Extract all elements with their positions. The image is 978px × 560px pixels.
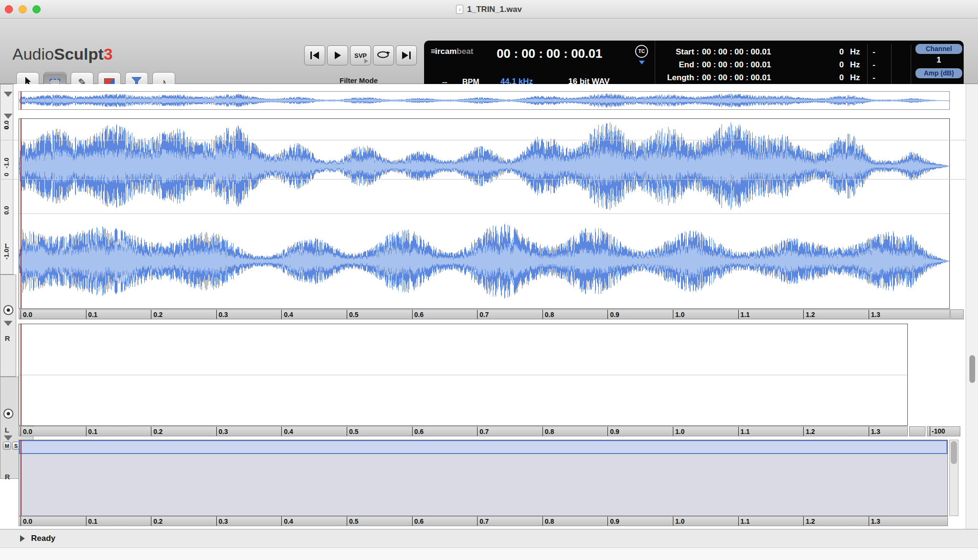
- tc-dropdown-icon[interactable]: [639, 61, 645, 64]
- lcd-field-row: Start :00 : 00 : 00 : 00.010Hz-: [660, 47, 915, 60]
- tc-mode-button[interactable]: TC: [635, 45, 648, 58]
- transport-controls: SVP: [304, 45, 417, 65]
- sonogram-scale-label: 0: [3, 167, 10, 182]
- svp-label: SVP: [354, 52, 367, 59]
- collapse-overview-triangle[interactable]: [4, 92, 12, 97]
- lcd-field-row: End :00 : 00 : 00 : 00.010Hz-: [660, 60, 915, 73]
- collapse-sonogram-triangle[interactable]: [4, 321, 12, 326]
- window-title: 1_TRIN_1.wav: [467, 5, 521, 14]
- lcd-num: 0: [801, 73, 844, 83]
- document-icon: ♪: [456, 5, 463, 14]
- svp-play-icon: [364, 59, 368, 63]
- ruler-tick-label: 0.4: [281, 427, 293, 436]
- ruler-tick-label: 0.1: [86, 427, 97, 436]
- mute-button[interactable]: M: [3, 442, 11, 450]
- db-floor-label: -100: [932, 427, 945, 436]
- time-ruler-waveform[interactable]: 0.00.10.20.30.40.50.60.70.80.91.01.11.21…: [19, 309, 950, 319]
- svp-button[interactable]: SVP: [350, 45, 371, 65]
- ruler-tick-label: 0.8: [542, 517, 554, 526]
- playback-cursor[interactable]: [21, 119, 21, 308]
- status-disclosure-triangle-icon[interactable]: [20, 535, 25, 542]
- ruler-tick-label: 0.6: [412, 427, 424, 436]
- scale-divider: [0, 179, 978, 180]
- ruler-tick-label: 0.3: [216, 427, 228, 436]
- db-floor-box: -100: [927, 426, 960, 436]
- ruler-tick-label: 1.3: [869, 517, 880, 526]
- go-to-end-icon: [409, 52, 411, 59]
- stereo-waveform-panel[interactable]: [19, 118, 950, 309]
- vertical-scrollbar-track[interactable]: [966, 84, 978, 529]
- ruler-tick-label: 0.8: [542, 310, 554, 319]
- playback-cursor[interactable]: [21, 92, 21, 109]
- ruler-tick-label: 1.1: [738, 517, 750, 526]
- beat-track-scroll-thumb[interactable]: [951, 441, 957, 464]
- lcd-value: 00 : 00 : 00 : 00.01: [702, 73, 771, 83]
- ruler-tick-label: 0.3: [216, 517, 228, 526]
- lcd-value: 00 : 00 : 00 : 00.01: [702, 47, 771, 57]
- waveform-visibility-eye-icon[interactable]: [3, 305, 13, 315]
- ruler-tick-label: 0.9: [607, 427, 619, 436]
- vertical-scroll-thumb[interactable]: [969, 355, 975, 383]
- go-to-end-icon-triangle: [402, 52, 408, 59]
- ruler-tick-label: 1.3: [869, 427, 880, 436]
- go-to-start-icon: [310, 52, 312, 59]
- ruler-tick-label: 0.0: [21, 310, 32, 319]
- time-ruler-beat-track[interactable]: 0.00.10.20.30.40.50.60.70.80.91.01.11.21…: [19, 516, 948, 526]
- eye-pupil: [7, 412, 10, 415]
- ruler-tick-label: 0.7: [477, 310, 489, 319]
- ruler-tick-label: 0.4: [281, 310, 293, 319]
- ruler-tick-label: 0.8: [542, 427, 554, 436]
- play-button[interactable]: [327, 45, 348, 65]
- beat-track-panel[interactable]: [19, 440, 948, 516]
- ircam-logo-text: ircam: [435, 47, 457, 56]
- ruler-tick-label: 1.0: [673, 517, 684, 526]
- filter-mode-label: Filter Mode: [323, 76, 394, 85]
- playback-cursor[interactable]: [21, 440, 21, 516]
- ruler-tick-label: 1.0: [673, 427, 684, 436]
- ruler-tick-label: 1.1: [738, 310, 750, 319]
- loop-button[interactable]: [373, 45, 394, 65]
- beat-track-scrollbar[interactable]: [949, 440, 958, 516]
- status-bar: Ready: [0, 529, 978, 548]
- titlebar: ♪ 1_TRIN_1.wav: [0, 0, 978, 19]
- beat-track-selected-strip[interactable]: [19, 440, 947, 454]
- ruler-tick-label: 0.2: [151, 517, 162, 526]
- ruler-tick-label: 1.3: [869, 310, 880, 319]
- go-to-end-button[interactable]: [396, 45, 417, 65]
- ruler-tick-label: 0.6: [412, 310, 424, 319]
- go-to-start-button[interactable]: [304, 45, 325, 65]
- stereo-waveform-canvas[interactable]: [19, 119, 949, 308]
- app-logo-sculpt: Sculpt: [54, 45, 104, 63]
- playback-cursor[interactable]: [21, 324, 21, 425]
- ruler-tick-label: 0.9: [607, 310, 619, 319]
- channel-badge[interactable]: Channel: [915, 44, 962, 54]
- eye-pupil: [7, 308, 10, 312]
- overview-waveform-canvas[interactable]: [19, 92, 949, 109]
- ruler-tick-label: 0.0: [21, 427, 32, 436]
- sonogram-left-channel-label: L: [5, 426, 9, 434]
- sonogram-scale-label: 0: [3, 120, 10, 136]
- ruler-tick-label: 0.0: [21, 517, 32, 526]
- collapse-beat-track-triangle[interactable]: [4, 435, 12, 441]
- lcd-unit: Hz: [850, 60, 860, 70]
- ruler-tick-label: 0.2: [151, 310, 162, 319]
- ruler-tick-label: 1.2: [803, 310, 815, 319]
- ruler-tick-label: 0.3: [216, 310, 228, 319]
- sonogram-visibility-eye-icon[interactable]: [3, 409, 13, 419]
- sonogram-panel[interactable]: [19, 324, 908, 426]
- main-content: L R L R M S 0.0 -1.0 0.0 -1.0 0.00.10.20…: [0, 84, 978, 529]
- play-icon: [335, 52, 341, 59]
- ruler-corner-box: [909, 426, 925, 436]
- bottom-strip: [0, 548, 978, 560]
- time-ruler-sonogram[interactable]: 0.00.10.20.30.40.50.60.70.80.91.01.11.21…: [19, 426, 908, 436]
- app-logo-audio: Audio: [12, 45, 54, 63]
- overview-waveform-panel[interactable]: [19, 91, 950, 110]
- lcd-label: Start :: [660, 47, 699, 57]
- waveform-right-channel-label: R: [5, 334, 10, 342]
- ruler-tick-label: 1.2: [803, 517, 815, 526]
- ruler-tick-label: 1.1: [738, 427, 750, 436]
- amp-db-badge[interactable]: Amp (dB): [915, 68, 962, 78]
- ruler-tick-label: 0.5: [347, 310, 358, 319]
- lcd-label: End :: [660, 60, 699, 70]
- ruler-tick-label: 0.4: [281, 517, 293, 526]
